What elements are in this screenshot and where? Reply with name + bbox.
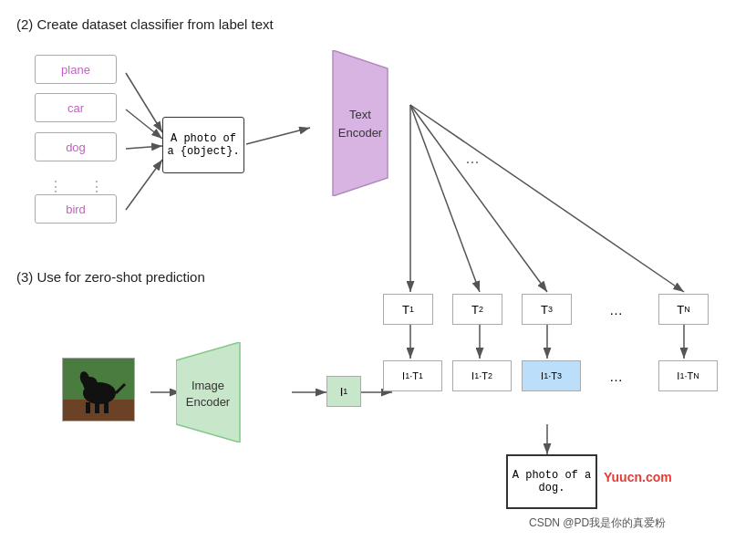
image-encoder-shape: Image Encoder <box>176 342 295 442</box>
prod-box-2: I1·T2 <box>452 360 512 391</box>
svg-line-5 <box>246 128 310 144</box>
prod-ellipsis: … <box>591 360 641 391</box>
svg-line-4 <box>126 160 162 210</box>
svg-marker-30 <box>176 342 240 442</box>
svg-line-9 <box>410 105 684 292</box>
i1-box: I1 <box>326 376 361 407</box>
svg-line-1 <box>126 73 162 132</box>
svg-line-7 <box>410 105 480 292</box>
template-box: A photo of a {object}. <box>162 117 244 173</box>
t-box-3: T3 <box>522 294 572 325</box>
diagram: (2) Create dataset classifier from label… <box>0 0 756 541</box>
label-dog: dog <box>35 132 117 161</box>
prod-box-1: I1·T1 <box>383 360 442 391</box>
csdn-credit: CSDN @PD我是你的真爱粉 <box>529 515 666 531</box>
svg-rect-26 <box>95 402 99 413</box>
label-bird: bird <box>35 194 117 224</box>
prod-box-n: I1·TN <box>658 360 718 391</box>
svg-marker-18 <box>333 50 388 196</box>
t-box-1: T1 <box>383 294 433 325</box>
t-box-n: TN <box>658 294 709 325</box>
top-ellipsis: … <box>465 151 480 167</box>
svg-line-2 <box>126 109 162 139</box>
section2-title: (3) Use for zero-shot prediction <box>16 269 205 285</box>
svg-text:Encoder: Encoder <box>338 126 383 140</box>
section1-title: (2) Create dataset classifier from label… <box>16 16 274 32</box>
dog-photo <box>62 358 135 421</box>
watermark: Yuucn.com <box>604 470 672 484</box>
label-plane: plane <box>35 55 117 84</box>
svg-rect-25 <box>86 402 90 413</box>
text-encoder-shape: Text Encoder <box>306 50 415 196</box>
svg-line-3 <box>126 146 162 149</box>
result-box: A photo of a dog. <box>506 454 597 509</box>
svg-text:Encoder: Encoder <box>186 395 231 409</box>
svg-line-8 <box>410 105 547 292</box>
svg-text:Image: Image <box>192 379 224 392</box>
t-box-ellipsis: … <box>591 294 641 325</box>
label-car: car <box>35 93 117 122</box>
prod-box-3: I1·T3 <box>522 360 581 391</box>
svg-text:Text: Text <box>349 108 371 121</box>
svg-rect-27 <box>104 402 109 413</box>
t-box-2: T2 <box>452 294 502 325</box>
